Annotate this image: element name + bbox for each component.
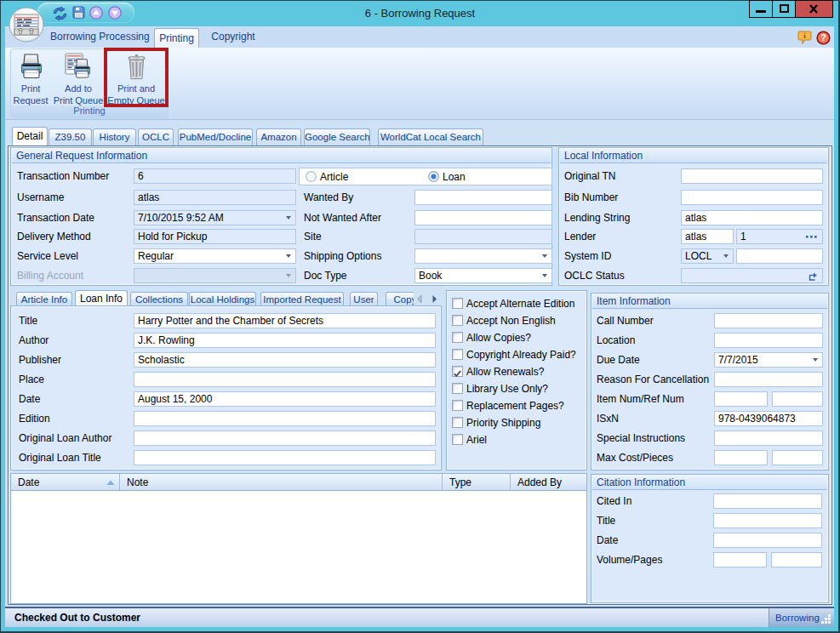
svg-text:?: ?: [820, 32, 826, 43]
